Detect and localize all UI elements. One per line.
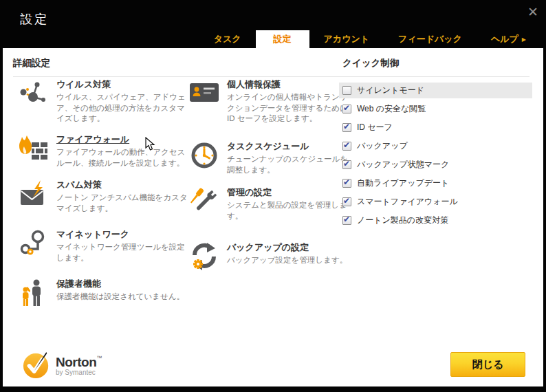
mouse-cursor (145, 137, 155, 152)
setting-item-antispam[interactable]: スパム対策 ノートン アンチスパム機能をカスタマイズします。 (18, 179, 193, 214)
help-arrow-icon: ▶ (522, 36, 526, 43)
item-description: バックアップ設定を管理します。 (227, 255, 348, 266)
item-title[interactable]: 個人情報保護 (227, 78, 348, 91)
tab-tasks[interactable]: タスク (199, 30, 256, 48)
setting-item-firewall[interactable]: ファイアウォール ファイアウォールの動作、アクセスルール、接続ルールを設定します… (18, 133, 193, 168)
setting-item-virus-protection[interactable]: ウイルス対策 ウイルス、スパイウェア、アドウェア、その他の処理の方法をカスタマイ… (18, 78, 193, 124)
auto-liveupdate-checkbox[interactable] (342, 179, 351, 188)
close-button[interactable]: 閉じる (450, 352, 525, 377)
item-title[interactable]: 保護者機能 (56, 278, 193, 290)
identity-protection-icon (188, 78, 220, 124)
tab-label: フィードバック (398, 33, 462, 45)
checkbox-label: スマートファイアウォール (357, 196, 458, 208)
parental-controls-icon (18, 278, 50, 308)
norton-checkmark-icon (22, 351, 51, 380)
quick-controls-heading: クイック制御 (342, 57, 399, 69)
section-divider (13, 76, 529, 77)
setting-item-task-schedule[interactable]: タスクスケジュール チューンナップのスケジュールを調整します。 (188, 140, 348, 175)
backup-status-checkbox[interactable] (342, 160, 351, 169)
task-schedule-icon (188, 140, 220, 175)
item-description: ファイアウォールの動作、アクセスルール、接続ルールを設定します。 (56, 147, 193, 168)
tab-help[interactable]: ヘルプ▶ (477, 30, 540, 48)
tab-label: ヘルプ (491, 33, 518, 45)
quick-control-backup-status[interactable]: バックアップ状態マーク (339, 157, 532, 173)
tab-bar: タスク 設定 アカウント フィードバック ヘルプ▶ (199, 30, 540, 48)
firewall-icon (18, 133, 50, 168)
content-area: 詳細設定 クイック制御 ウイルス対策 (3, 48, 543, 386)
id-safe-checkbox[interactable] (342, 123, 351, 132)
tab-settings[interactable]: 設定 (256, 30, 309, 48)
brand-subtitle: by Symantec (56, 369, 102, 376)
checkbox-label: サイレントモード (357, 85, 424, 96)
safe-web-checkbox[interactable] (342, 105, 351, 113)
admin-settings-icon (188, 186, 220, 221)
checkbox-label: 自動ライブアップデート (357, 177, 449, 189)
quick-control-id-safe[interactable]: ID セーフ (339, 120, 532, 135)
quick-control-auto-liveupdate[interactable]: 自動ライブアップデート (339, 175, 532, 191)
backup-settings-icon (188, 241, 220, 272)
my-network-icon (18, 228, 50, 263)
trademark-symbol: ™ (96, 355, 102, 361)
item-title[interactable]: タスクスケジュール (227, 140, 348, 153)
tab-label: 設定 (274, 33, 292, 45)
window-title: 設定 (20, 11, 49, 28)
antispam-icon (18, 179, 50, 214)
tab-feedback[interactable]: フィードバック (384, 30, 477, 48)
checkbox-label: ノートン製品の改変対策 (357, 215, 448, 226)
backup-checkbox[interactable] (342, 142, 351, 151)
norton-settings-window: 設定 ✕ タスク 設定 アカウント フィードバック ヘルプ▶ 詳細設定 クイック… (0, 0, 546, 392)
checkbox-label: ID セーフ (357, 122, 393, 133)
item-description: チューンナップのスケジュールを調整します。 (227, 154, 348, 175)
close-icon[interactable]: ✕ (527, 5, 538, 20)
tab-label: アカウント (324, 33, 370, 45)
tab-account[interactable]: アカウント (309, 30, 384, 48)
smart-firewall-checkbox[interactable] (342, 197, 351, 206)
tamper-protection-checkbox[interactable] (342, 216, 351, 225)
setting-item-identity-protection[interactable]: 個人情報保護 オンラインの個人情報やトランザクションデータを管理するために ID… (188, 78, 348, 124)
setting-item-admin-settings[interactable]: 管理の設定 システムと製品の設定を管理します。 (188, 186, 348, 221)
brand-name: Norton (56, 355, 96, 369)
checkbox-label: バックアップ状態マーク (357, 159, 449, 171)
item-description: ウイルス、スパイウェア、アドウェア、その他の処理の方法をカスタマイズします。 (56, 92, 193, 124)
item-title[interactable]: 管理の設定 (227, 186, 348, 199)
item-title[interactable]: スパム対策 (56, 179, 193, 191)
quick-control-tamper-protection[interactable]: ノートン製品の改変対策 (339, 213, 532, 228)
virus-protection-icon (18, 78, 50, 124)
item-description: システムと製品の設定を管理します。 (227, 200, 348, 221)
detailed-settings-heading: 詳細設定 (13, 57, 50, 69)
item-title[interactable]: ファイアウォール (56, 133, 193, 146)
setting-item-backup-settings[interactable]: バックアップの設定 バックアップ設定を管理します。 (188, 241, 348, 272)
item-title[interactable]: マイネットワーク (56, 228, 193, 241)
setting-item-parental-controls[interactable]: 保護者機能 保護者機能は設定されていません。 (18, 278, 193, 308)
item-title[interactable]: バックアップの設定 (227, 241, 348, 254)
quick-control-smart-firewall[interactable]: スマートファイアウォール (339, 194, 532, 210)
silent-mode-checkbox[interactable] (342, 86, 351, 95)
item-description: ノートン アンチスパム機能をカスタマイズします。 (56, 193, 193, 214)
item-description: 保護者機能は設定されていません。 (56, 292, 193, 303)
item-description: マイネットワーク管理ツールを設定します。 (56, 242, 193, 263)
setting-item-my-network[interactable]: マイネットワーク マイネットワーク管理ツールを設定します。 (18, 228, 193, 263)
quick-control-backup[interactable]: バックアップ (339, 138, 532, 154)
item-title[interactable]: ウイルス対策 (56, 78, 193, 91)
quick-control-safe-web[interactable]: Web の安全な閲覧 (339, 101, 532, 117)
checkbox-label: バックアップ (357, 140, 408, 152)
norton-logo: Norton™ by Symantec (22, 351, 102, 380)
quick-control-silent-mode[interactable]: サイレントモード (339, 83, 532, 98)
checkbox-label: Web の安全な閲覧 (357, 103, 426, 115)
item-description: オンラインの個人情報やトランザクションデータを管理するために ID セーフを設定… (227, 92, 348, 124)
tab-label: タスク (214, 33, 241, 45)
